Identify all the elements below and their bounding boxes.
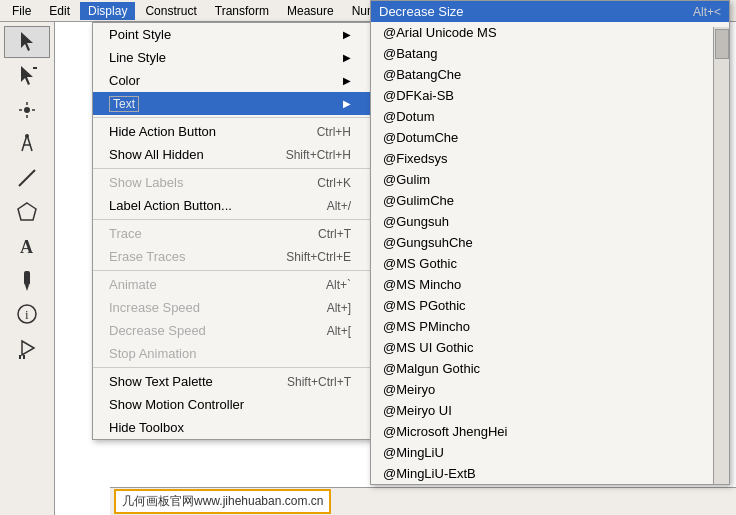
font-list-item[interactable]: @MS Gothic [371, 253, 729, 274]
menu-stop-animation: Stop Animation [93, 342, 371, 365]
font-list-item[interactable]: @Arial Unicode MS [371, 22, 729, 43]
menubar-edit[interactable]: Edit [41, 2, 78, 20]
display-dropdown: Point Style ▶ Line Style ▶ Color ▶ Text … [92, 22, 372, 440]
font-list: @Arial Unicode MS@Batang@BatangChe@DFKai… [371, 22, 729, 484]
svg-marker-16 [25, 285, 29, 291]
bottom-bar: 几何画板官网www.jihehuaban.com.cn [110, 487, 736, 515]
url-text: 几何画板官网www.jihehuaban.com.cn [114, 489, 331, 514]
tool-play[interactable] [4, 332, 50, 364]
menu-show-motion[interactable]: Show Motion Controller [93, 393, 371, 416]
tool-compass[interactable] [4, 128, 50, 160]
svg-text:i: i [25, 307, 29, 322]
toolbar: A i [0, 22, 55, 515]
svg-line-12 [19, 170, 35, 186]
font-list-item[interactable]: @Fixedsys [371, 148, 729, 169]
font-list-item[interactable]: @Meiryo UI [371, 400, 729, 421]
separator [93, 219, 371, 220]
menu-show-all-hidden[interactable]: Show All Hidden Shift+Ctrl+H [93, 143, 371, 166]
menu-erase-traces: Erase Traces Shift+Ctrl+E [93, 245, 371, 268]
font-list-item[interactable]: @MS Mincho [371, 274, 729, 295]
menubar-file[interactable]: File [4, 2, 39, 20]
menu-animate: Animate Alt+` [93, 273, 371, 296]
menu-hide-action[interactable]: Hide Action Button Ctrl+H [93, 120, 371, 143]
decrease-size-shortcut: Alt+< [693, 5, 721, 19]
svg-marker-13 [18, 203, 36, 220]
menu-increase-speed: Increase Speed Alt+] [93, 296, 371, 319]
font-list-item[interactable]: @GungsuhChe [371, 232, 729, 253]
font-list-item[interactable]: @MS UI Gothic [371, 337, 729, 358]
font-submenu: Decrease Size Alt+< @Arial Unicode MS@Ba… [370, 0, 730, 485]
svg-text:A: A [20, 237, 33, 257]
tool-polygon[interactable] [4, 196, 50, 228]
arrow-icon: ▶ [343, 75, 351, 86]
svg-marker-1 [21, 66, 33, 85]
menu-hide-toolbox[interactable]: Hide Toolbox [93, 416, 371, 439]
font-list-item[interactable]: @MingLiU [371, 442, 729, 463]
separator [93, 117, 371, 118]
font-list-item[interactable]: @GulimChe [371, 190, 729, 211]
font-list-item[interactable]: @Batang [371, 43, 729, 64]
font-list-item[interactable]: @BatangChe [371, 64, 729, 85]
svg-rect-15 [24, 271, 30, 285]
tool-info[interactable]: i [4, 298, 50, 330]
separator [93, 367, 371, 368]
separator [93, 270, 371, 271]
arrow-icon: ▶ [343, 52, 351, 63]
arrow-icon: ▶ [343, 98, 351, 109]
menu-text[interactable]: Text ▶ [93, 92, 371, 115]
font-list-item[interactable]: @Microsoft JhengHei [371, 421, 729, 442]
menu-show-text-palette[interactable]: Show Text Palette Shift+Ctrl+T [93, 370, 371, 393]
font-list-item[interactable]: @Malgun Gothic [371, 358, 729, 379]
tool-line[interactable] [4, 162, 50, 194]
font-list-item[interactable]: @DFKai-SB [371, 85, 729, 106]
menubar-transform[interactable]: Transform [207, 2, 277, 20]
font-list-item[interactable]: @Dotum [371, 106, 729, 127]
svg-marker-19 [22, 341, 34, 355]
tool-point[interactable] [4, 94, 50, 126]
font-list-item[interactable]: @Gulim [371, 169, 729, 190]
font-list-item[interactable]: @MingLiU-ExtB [371, 463, 729, 484]
menu-line-style[interactable]: Line Style ▶ [93, 46, 371, 69]
menu-color[interactable]: Color ▶ [93, 69, 371, 92]
font-submenu-header: Decrease Size Alt+< [371, 1, 729, 22]
menu-show-labels: Show Labels Ctrl+K [93, 171, 371, 194]
menu-label-action[interactable]: Label Action Button... Alt+/ [93, 194, 371, 217]
scrollbar-thumb[interactable] [715, 29, 729, 59]
font-list-item[interactable]: @MS PGothic [371, 295, 729, 316]
separator [93, 168, 371, 169]
menu-trace: Trace Ctrl+T [93, 222, 371, 245]
tool-marker[interactable] [4, 264, 50, 296]
menubar-display[interactable]: Display [80, 2, 135, 20]
menubar-construct[interactable]: Construct [137, 2, 204, 20]
tool-select[interactable] [4, 26, 50, 58]
font-list-item[interactable]: @MS PMincho [371, 316, 729, 337]
tool-select2[interactable] [4, 60, 50, 92]
tool-text[interactable]: A [4, 230, 50, 262]
font-list-item[interactable]: @Meiryo [371, 379, 729, 400]
decrease-size-label: Decrease Size [379, 4, 464, 19]
menu-decrease-speed: Decrease Speed Alt+[ [93, 319, 371, 342]
arrow-icon: ▶ [343, 29, 351, 40]
menu-point-style[interactable]: Point Style ▶ [93, 23, 371, 46]
svg-marker-0 [21, 32, 33, 51]
font-list-item[interactable]: @DotumChe [371, 127, 729, 148]
font-list-item[interactable]: @Gungsuh [371, 211, 729, 232]
svg-point-11 [25, 134, 29, 138]
menubar-measure[interactable]: Measure [279, 2, 342, 20]
svg-point-3 [24, 107, 30, 113]
font-scrollbar[interactable] [713, 27, 729, 484]
